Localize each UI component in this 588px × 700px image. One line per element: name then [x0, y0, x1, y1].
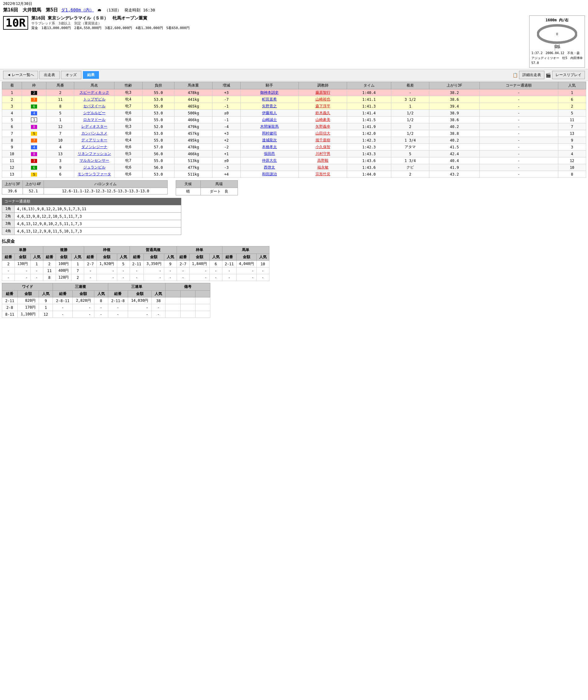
result-button[interactable]: 結果 [83, 71, 99, 79]
cell-jockey[interactable]: 山崎誠士 [240, 117, 299, 123]
cell-carry: 53.0 [142, 130, 174, 137]
cell-name[interactable]: マルカンセンサー [74, 157, 114, 164]
cell-rank: 5 [2, 117, 22, 123]
cell-body: 500kg [174, 110, 212, 117]
cell-time: 1:43.6 [347, 164, 391, 171]
corner-row: 4角 4,6,13,12,2,9,8,11,5,10,1,7,3 [2, 228, 181, 235]
th-futanfuku-num: 組番 [130, 254, 144, 261]
cell-name[interactable]: ディアリッキー [74, 137, 114, 144]
odds-button[interactable]: オッズ [61, 71, 81, 79]
track-cond-val: ダート 良 [200, 188, 237, 195]
payout-sanrenfuku-num-0: 2-8-11 [53, 297, 73, 304]
distance-label[interactable]: ダ1,600m（内） [61, 7, 94, 13]
corner-order: 4,6,13,9,8,12,2,10,5,1,11,7,3 [15, 213, 181, 220]
payout-wakutan-pop-2: - [209, 274, 222, 281]
cell-jockey[interactable]: 仲原大生 [240, 157, 299, 164]
table-row: 6 8 12 レディオスター 牝3 52.0 479kg -4 木間塚龍馬 矢野… [2, 123, 586, 130]
cell-trainer[interactable]: 鈴木義久 [299, 110, 347, 117]
payout-wakufuku-amt-2: - [97, 274, 117, 281]
cell-trainer[interactable]: 山田信大 [299, 130, 347, 137]
cell-sex-age: 牝3 [114, 123, 142, 130]
cell-jockey[interactable]: 御神本訓史 [240, 89, 299, 96]
weather-val: 晴 [176, 188, 200, 195]
payout-wakufuku-amt-1: - [97, 267, 117, 274]
cell-trainer[interactable]: 宗形竹見 [299, 171, 347, 178]
payout-futanfuku-pop-1: - [164, 267, 177, 274]
payout-tansho-amt-1: - [15, 267, 31, 274]
cell-trainer[interactable]: 小久保智 [299, 144, 347, 151]
th-umatan-pop: 人気 [256, 254, 269, 261]
payout-sanrenfuku-pop-2: - [94, 311, 108, 318]
cell-last3f: 41.5 [429, 144, 479, 151]
col-halon: ハロンタイム [44, 181, 167, 188]
cell-last3f: 43.2 [429, 171, 479, 178]
cell-jockey[interactable]: 本橋孝太 [240, 144, 299, 151]
entries-button[interactable]: 出走表 [39, 71, 60, 79]
cell-name[interactable]: ダノンレジーナ [74, 144, 114, 151]
col-carry: 負担 [142, 82, 174, 89]
cell-frame: 1 [22, 117, 46, 123]
th-futanfuku: 普通馬複 [130, 246, 177, 254]
cell-name[interactable]: ジュランビル [74, 164, 114, 171]
cell-jockey[interactable]: 木間塚龍馬 [240, 123, 299, 130]
payout-sanrenfuku-amt-0: 2,820円 [73, 297, 94, 304]
payout-wide-num-1: 2-8 [2, 304, 18, 311]
payout-wakutan-amt-2: - [189, 274, 209, 281]
cell-trainer[interactable]: 高野毅 [299, 157, 347, 164]
replay-button[interactable]: レースリプレイ [552, 71, 585, 79]
cell-jockey[interactable]: 矢野貴之 [240, 103, 299, 110]
top-section: 10R 第16回 東京シンデレラマイル（ＳⅢ） 牝馬オープン重賞 サラブレッド系… [0, 15, 588, 69]
th-fukusho-num: 組番 [43, 254, 56, 261]
cell-jockey[interactable]: 張田昂 [240, 151, 299, 157]
cell-name[interactable]: カンパンムスメ [74, 130, 114, 137]
cell-name[interactable]: スピーディキック [74, 89, 114, 96]
th-futanfuku-amt: 金額 [144, 254, 164, 261]
th-fukusho-pop: 人気 [71, 254, 84, 261]
cell-corner: - [479, 151, 558, 157]
cell-trainer[interactable]: 川村守男 [299, 151, 347, 157]
cell-name[interactable]: レディオスター [74, 123, 114, 130]
cell-jockey[interactable]: 岡村健司 [240, 130, 299, 137]
cell-trainer[interactable]: 藤原智行 [299, 89, 347, 96]
cell-sex-age: 牝8 [114, 130, 142, 137]
cell-trainer[interactable]: 森下淳平 [299, 103, 347, 110]
cell-trainer[interactable]: 山崎彖美 [299, 117, 347, 123]
cell-trainer[interactable]: 矢野義幸 [299, 123, 347, 130]
cell-name[interactable]: ロカマドール [74, 117, 114, 123]
payout-sanrentan-num-1: - [108, 304, 128, 311]
cell-jockey[interactable]: 西啓太 [240, 164, 299, 171]
cell-popularity: 9 [558, 137, 586, 144]
cell-trainer[interactable]: 堀千亜樹 [299, 137, 347, 144]
cell-body: 479kg [174, 123, 212, 130]
table-row: 1 2 2 スピーディキック 牝3 55.0 478kg +3 御神本訓史 藤原… [2, 89, 586, 96]
payout-tansho-pop-0: 1 [30, 261, 43, 267]
cell-name[interactable]: シゲルルビー [74, 110, 114, 117]
detail-button[interactable]: 詳細出走表 [519, 71, 544, 79]
cell-num: 6 [46, 171, 74, 178]
halon-val: 12.6-11.1-12.3-12.3-12.5-13.3-13.3-13.0 [44, 188, 167, 194]
cell-name[interactable]: リネンファッション [74, 151, 114, 157]
last4f-val: 52.1 [23, 188, 44, 194]
th-wakufuku-amt: 金額 [97, 254, 117, 261]
cell-name[interactable]: トップザビル [74, 96, 114, 103]
cell-frame: 7 [22, 137, 46, 144]
cell-name[interactable]: セパヌイール [74, 103, 114, 110]
cell-popularity: 10 [558, 164, 586, 171]
cell-jockey[interactable]: 伊藤裕人 [240, 110, 299, 117]
payout-futanfuku-amt-2: - [144, 274, 164, 281]
cell-corner: - [479, 137, 558, 144]
cell-jockey[interactable]: 和田譲治 [240, 171, 299, 178]
payout-fukusho-pop-0: 1 [71, 261, 84, 267]
race-sub: サラブレッド系 3歳以上 別定（重賞競走） [31, 21, 190, 26]
cell-jockey[interactable]: 町田直希 [240, 96, 299, 103]
cell-name[interactable]: モンサンラファータ [74, 171, 114, 178]
cell-corner: - [479, 110, 558, 117]
cell-jockey[interactable]: 達城龍次 [240, 137, 299, 144]
col-last4f-stat: 上がり4F [23, 181, 44, 188]
cell-popularity: 4 [558, 151, 586, 157]
back-button[interactable]: ◄ レース一覧へ [3, 71, 38, 79]
cell-trainer[interactable]: 福永敏 [299, 164, 347, 171]
cell-carry: 52.0 [142, 123, 174, 130]
cell-trainer[interactable]: 山崎裕也 [299, 96, 347, 103]
payout-biko-pop-0 [195, 297, 210, 304]
